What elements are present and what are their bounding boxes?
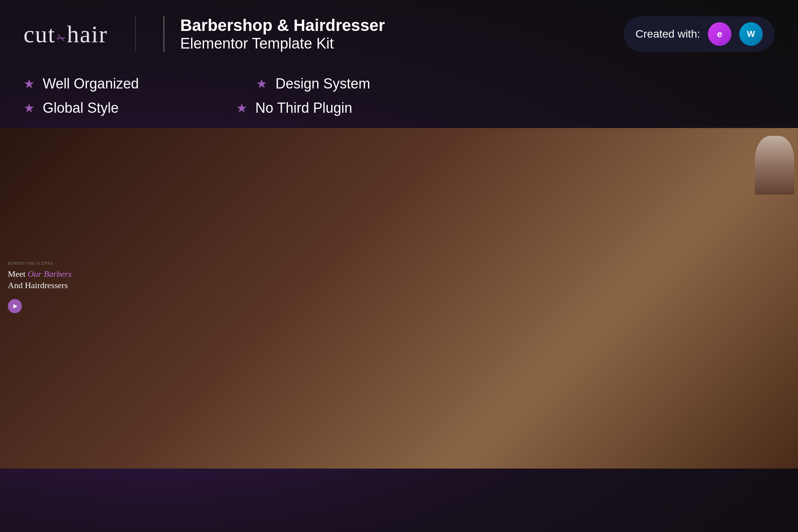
unwind-section: OUR SERVICES Unwind And Enjoy While Our … [590, 321, 798, 395]
page-title-line2: Elementor Template Kit [180, 35, 385, 52]
feature-label-4: No Third Plugin [255, 100, 352, 116]
feature-design-system: ★ Design System [256, 76, 370, 92]
behind-scenes-label: BEHIND THE SCENES [8, 261, 157, 265]
logo-title-group: cut✂hair Barbershop & Hairdresser Elemen… [23, 16, 385, 52]
feature-label-2: Design System [275, 76, 370, 92]
scissors-icon: ✂ [55, 32, 68, 45]
meet-title-text: Meet [8, 269, 28, 279]
meet-title: Meet Our Barbers And Hairdressers [8, 269, 157, 291]
play-button[interactable]: ▶ [8, 299, 22, 313]
feature-global-style: ★ Global Style [23, 100, 119, 116]
star-icon-4: ★ [236, 101, 247, 115]
features-row-2: ★ Global Style ★ No Third Plugin [23, 100, 775, 116]
header: cut✂hair Barbershop & Hairdresser Elemen… [0, 0, 798, 64]
features-row-1: ★ Well Organized ★ Design System [23, 76, 775, 92]
meet-title-line2: And Hairdressers [8, 280, 68, 290]
feature-label-1: Well Organized [43, 76, 139, 92]
star-icon-1: ★ [23, 76, 35, 91]
title-block: Barbershop & Hairdresser Elementor Templ… [163, 16, 385, 52]
elementor-icon: e [708, 22, 731, 46]
feature-label-3: Global Style [43, 100, 119, 116]
header-divider [135, 16, 136, 52]
logo-text: cut✂hair [23, 22, 108, 46]
wordpress-icon: W [739, 22, 763, 46]
meet-italic: Our Barbers [28, 269, 72, 279]
logo: cut✂hair [23, 22, 108, 46]
feature-no-plugin: ★ No Third Plugin [236, 100, 352, 116]
features-section: ★ Well Organized ★ Design System ★ Globa… [0, 64, 798, 128]
page-title-line1: Barbershop & Hairdresser [180, 16, 385, 35]
star-icon-3: ★ [23, 101, 35, 115]
created-with-label: Created with: [636, 28, 700, 40]
right-column: HOME ABOUT PAGES ▾ BLOG ▾ CONTACT cut✂ha… [590, 132, 798, 469]
star-icon-2: ★ [256, 76, 267, 91]
feature-well-organized: ★ Well Organized [23, 76, 139, 92]
screenshots-area: Alex Johnson MASTER BARBER Emma White HA… [0, 128, 798, 469]
created-with-badge: Created with: e W [624, 16, 775, 52]
unwind-hairdresser-image [728, 321, 798, 395]
